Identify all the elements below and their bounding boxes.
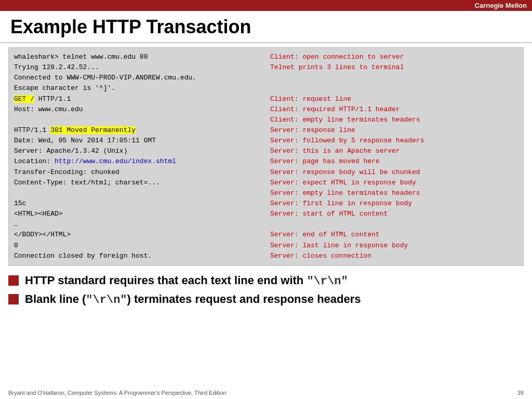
terminal-block: whaleshark> telnet www.cmu.edu 80 Client… — [8, 47, 524, 266]
term-left-9: Date: Wed, 05 Nov 2014 17:05:11 GMT — [14, 136, 266, 146]
page-title: Example HTTP Transaction — [0, 11, 532, 43]
bullet1-text-before: HTTP standard requires that each text li… — [25, 274, 307, 287]
location-url: http://www.cmu.edu/index.shtml — [55, 157, 176, 165]
term-full-4: Escape character is '^]'. — [14, 83, 518, 94]
moved-highlight: 301 Moved Permanently — [50, 126, 136, 134]
term-left-6: Host: www.cmu.edu — [14, 104, 266, 115]
term-right-18: Server: end of HTML content — [266, 230, 518, 240]
footer: Bryant and O'Hallaron, Computer Systems:… — [8, 390, 524, 396]
term-left-19: 0 — [14, 241, 266, 251]
term-right-2: Telnet prints 3 lines to terminal — [266, 62, 518, 73]
term-right-9: Server: followed by 5 response headers — [266, 136, 518, 146]
term-left-18: </BODY></HTML> — [14, 230, 266, 240]
location-label: Location: — [14, 157, 55, 165]
term-left-8: HTTP/1.1 301 Moved Permanently — [14, 125, 266, 136]
term-left-17: … — [14, 219, 266, 230]
term-right-20: Server: closes connection — [266, 251, 518, 261]
term-right-17 — [266, 219, 518, 230]
term-left-13: Content-Type: text/html; charset=... — [14, 178, 266, 188]
term-right-5: Client: request line — [266, 94, 518, 104]
bullet-item-1: HTTP standard requires that each text li… — [8, 273, 524, 289]
bullet-square-2 — [8, 294, 19, 304]
bullet1-code: "\r\n" — [307, 275, 348, 288]
term-right-16: Server: start of HTML content — [266, 209, 518, 219]
term-right-15: Server: first line in response body — [266, 198, 518, 209]
bullet-item-2: Blank line ("\r\n") terminates request a… — [8, 292, 524, 308]
term-left-12: Transfer-Encoding: chunked — [14, 167, 266, 178]
http-version: HTTP/1.1 — [14, 126, 50, 134]
footer-page: 39 — [517, 390, 524, 396]
term-left-20: Connection closed by foreign host. — [14, 251, 266, 261]
term-left-7 — [14, 115, 266, 125]
term-left-16: <HTML><HEAD> — [14, 209, 266, 219]
term-left-5: GET / HTTP/1.1 — [14, 94, 266, 104]
content-area: whaleshark> telnet www.cmu.edu 80 Client… — [0, 43, 532, 266]
term-right-8: Server: response line — [266, 125, 518, 136]
bullet-square-1 — [8, 275, 19, 286]
get-highlight: GET / — [14, 95, 34, 103]
brand-bar: Carnegie Mellon — [0, 0, 532, 11]
term-full-3: Connected to WWW-CMU-PROD-VIP.ANDREW.cmu… — [14, 73, 518, 83]
term-left-10: Server: Apache/1.3.42 (Unix) — [14, 146, 266, 156]
bullet2-text: Blank line ("\r\n") terminates request a… — [25, 292, 361, 305]
term-right-1: Client: open connection to server — [266, 52, 518, 62]
bullet-text-1: HTTP standard requires that each text li… — [25, 273, 348, 289]
term-right-6: Client: required HTTP/1.1 header — [266, 104, 518, 115]
bullet-text-2: Blank line ("\r\n") terminates request a… — [25, 292, 361, 308]
bullets-section: HTTP standard requires that each text li… — [0, 266, 532, 313]
term-left-14 — [14, 188, 266, 198]
term-right-10: Server: this is an Apache server — [266, 146, 518, 156]
term-left-11: Location: http://www.cmu.edu/index.shtml — [14, 156, 266, 167]
term-left-15: 15c — [14, 198, 266, 209]
bullet2-code: "\r\n" — [86, 294, 127, 307]
get-protocol: HTTP/1.1 — [34, 95, 71, 103]
term-right-19: Server: last line in response body — [266, 241, 518, 251]
term-right-11: Server: page has moved here — [266, 156, 518, 167]
footer-citation: Bryant and O'Hallaron, Computer Systems:… — [8, 390, 227, 396]
term-left-2: Trying 128.2.42.52... — [14, 62, 266, 73]
term-right-14: Server: empty line terminates headers — [266, 188, 518, 198]
term-right-13: Server: expect HTML in response body — [266, 178, 518, 188]
term-right-12: Server: response body will be chunked — [266, 167, 518, 178]
term-right-7: Client: empty line terminates headers — [266, 115, 518, 125]
term-left-1: whaleshark> telnet www.cmu.edu 80 — [14, 52, 266, 62]
brand-label: Carnegie Mellon — [475, 2, 527, 9]
